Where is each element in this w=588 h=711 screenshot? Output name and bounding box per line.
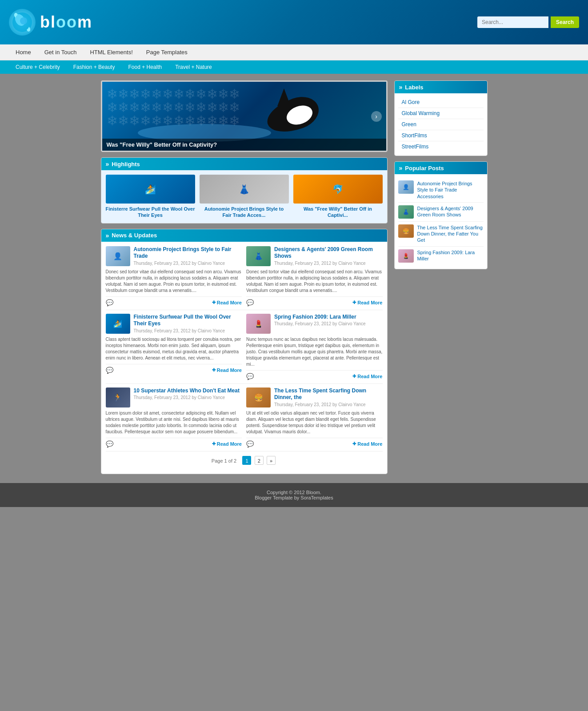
label-item-3[interactable]: ShortFilms [398, 130, 484, 141]
popular-box: Popular Posts 👤 Autonomie Project Brings… [394, 161, 488, 269]
labels-box: Labels Al Gore Global Warming Green Shor… [394, 80, 488, 156]
read-more-3[interactable]: Read More [352, 374, 382, 379]
labels-content: Al Gore Global Warming Green ShortFilms … [395, 93, 487, 156]
news-footer-1: 💬 Read More [246, 296, 383, 306]
news-meta-0: Thursday, February 23, 2012 by Clairvo Y… [134, 261, 242, 266]
highlights-box: Highlights 🏄 Finisterre Surfwear Pull th… [101, 157, 388, 224]
read-more-1[interactable]: Read More [352, 300, 382, 305]
subnav-fashion[interactable]: Fashion + Beauty [67, 60, 122, 74]
content-area: ❄❄❄❄❄❄❄❄❄❄❄❄ ❄❄❄❄❄❄❄❄❄❄❄❄ ❄❄❄❄❄❄❄❄❄❄❄❄ ›… [101, 80, 388, 474]
page-btn-2[interactable]: 2 [255, 456, 264, 465]
search-button[interactable]: Search [551, 16, 579, 28]
news-body-2: Class aptent taciti sociosqu ad litora t… [106, 336, 242, 361]
highlight-item-1[interactable]: 👗 Autonomie Project Brings Style to Fair… [200, 175, 289, 219]
footer-copyright: Copyright © 2012 Bloom. [7, 490, 581, 495]
logo-area: bloom [9, 9, 92, 36]
news-title-1[interactable]: Designers & Agents' 2009 Green Room Show… [274, 246, 383, 260]
popular-thumb-1: 👗 [398, 205, 414, 219]
news-body-5: Ut at elit vel odio varius aliquam nec v… [246, 410, 383, 435]
popular-item-0[interactable]: 👤 Autonomie Project Brings Style to Fair… [398, 178, 484, 203]
news-header: News & Updates [101, 229, 387, 242]
highlights-grid: 🏄 Finisterre Surfwear Pull the Wool Over… [101, 170, 387, 223]
nav-home[interactable]: Home [9, 44, 38, 60]
news-item-2: 🏄 Finisterre Surfwear Pull the Wool Over… [106, 314, 242, 380]
news-title-3[interactable]: Spring Fashion 2009: Lara Miller [274, 314, 366, 321]
page-btn-next[interactable]: » [267, 456, 276, 465]
news-title-4[interactable]: 10 Superstar Athletes Who Don't Eat Meat [134, 387, 240, 395]
pagination: Page 1 of 2 1 2 » [106, 451, 383, 469]
page-info: Page 1 of 2 [212, 458, 236, 463]
popular-item-1[interactable]: 👗 Designers & Agents' 2009 Green Room Sh… [398, 203, 484, 222]
news-thumb-1: 👗 [246, 246, 271, 266]
popular-thumb-2: 🍔 [398, 224, 414, 238]
news-footer-3: 💬 Read More [246, 370, 383, 380]
sub-nav: Culture + Celebrity Fashion + Beauty Foo… [0, 60, 588, 74]
subnav-food[interactable]: Food + Health [121, 60, 168, 74]
page-btn-1[interactable]: 1 [242, 456, 251, 465]
news-item-5: 🍔 The Less Time Spent Scarfing Down Dinn… [246, 387, 383, 447]
news-meta-4: Thursday, February 23, 2012 by Clairvo Y… [134, 395, 240, 400]
popular-title-1: Designers & Agents' 2009 Green Room Show… [417, 205, 484, 218]
news-title-5[interactable]: The Less Time Spent Scarfing Down Dinner… [274, 387, 383, 401]
news-row-1: 🏄 Finisterre Surfwear Pull the Wool Over… [106, 314, 383, 380]
news-item-1: 👗 Designers & Agents' 2009 Green Room Sh… [246, 246, 383, 306]
highlight-item-2[interactable]: 🐬 Was "Free Willy" Better Off in Captivi… [293, 175, 383, 219]
search-area: Search [477, 16, 579, 28]
comment-icon-0: 💬 [106, 299, 113, 306]
header: bloom Search [0, 0, 588, 44]
news-footer-5: 💬 Read More [246, 438, 383, 447]
popular-title-0: Autonomie Project Brings Style to Fair T… [417, 180, 484, 200]
news-row-2: 🏃 10 Superstar Athletes Who Don't Eat Me… [106, 387, 383, 447]
slideshow-caption: Was "Free Willy" Better Off in Captivity… [102, 139, 386, 151]
news-body-3: Nunc tempus nunc ac lacus dapibus nec lo… [246, 336, 383, 367]
news-thumb-4: 🏃 [106, 387, 130, 407]
label-item-0[interactable]: Al Gore [398, 97, 484, 108]
news-footer-2: 💬 Read More [106, 364, 242, 374]
subnav-travel[interactable]: Travel + Nature [168, 60, 219, 74]
popular-item-2[interactable]: 🍔 The Less Time Spent Scarfing Down Dinn… [398, 222, 484, 247]
read-more-2[interactable]: Read More [212, 367, 242, 373]
label-item-2[interactable]: Green [398, 119, 484, 130]
news-item-4: 🏃 10 Superstar Athletes Who Don't Eat Me… [106, 387, 242, 447]
news-meta-5: Thursday, February 23, 2012 by Clairvo Y… [274, 402, 383, 407]
news-item-0: 👤 Autonomie Project Brings Style to Fair… [106, 246, 242, 306]
search-input[interactable] [477, 16, 548, 28]
footer: Copyright © 2012 Bloom. Blogger Template… [0, 483, 588, 507]
logo-icon [9, 9, 36, 36]
main-nav: Home Get in Touch HTML Elements! Page Te… [0, 44, 588, 60]
news-body-0: Donec sed tortor vitae dui eleifend cons… [106, 269, 242, 294]
read-more-4[interactable]: Read More [212, 441, 242, 447]
news-row-0: 👤 Autonomie Project Brings Style to Fair… [106, 246, 383, 306]
popular-item-3[interactable]: 💄 Spring Fashion 2009: Lara Miller [398, 247, 484, 265]
news-footer-4: 💬 Read More [106, 438, 242, 447]
news-title-2[interactable]: Finisterre Surfwear Pull the Wool Over T… [134, 314, 242, 328]
highlight-img-0: 🏄 [106, 175, 195, 204]
popular-header: Popular Posts [395, 162, 487, 174]
nav-templates[interactable]: Page Templates [140, 44, 194, 60]
slideshow: ❄❄❄❄❄❄❄❄❄❄❄❄ ❄❄❄❄❄❄❄❄❄❄❄❄ ❄❄❄❄❄❄❄❄❄❄❄❄ ›… [101, 80, 388, 152]
slideshow-next-arrow[interactable]: › [371, 111, 382, 122]
nav-contact[interactable]: Get in Touch [38, 44, 84, 60]
sidebar: Labels Al Gore Global Warming Green Shor… [394, 80, 488, 474]
news-thumb-5: 🍔 [246, 387, 271, 407]
nav-html[interactable]: HTML Elements! [83, 44, 139, 60]
highlight-title-0: Finisterre Surfwear Pull the Wool Over T… [106, 206, 195, 219]
subnav-culture[interactable]: Culture + Celebrity [9, 60, 67, 74]
read-more-5[interactable]: Read More [352, 441, 382, 447]
highlight-item-0[interactable]: 🏄 Finisterre Surfwear Pull the Wool Over… [106, 175, 195, 219]
popular-content: 👤 Autonomie Project Brings Style to Fair… [395, 174, 487, 269]
news-title-0[interactable]: Autonomie Project Brings Style to Fair T… [134, 246, 242, 260]
highlight-img-1: 👗 [200, 175, 289, 204]
news-content: 👤 Autonomie Project Brings Style to Fair… [101, 242, 387, 474]
label-item-1[interactable]: Global Warming [398, 108, 484, 119]
read-more-0[interactable]: Read More [212, 300, 242, 305]
highlights-header: Highlights [101, 158, 387, 170]
news-body-4: Lorem ipsum dolor sit amet, consectetur … [106, 410, 242, 435]
footer-credit: Blogger Template by SoraTemplates [7, 495, 581, 500]
main-container: ❄❄❄❄❄❄❄❄❄❄❄❄ ❄❄❄❄❄❄❄❄❄❄❄❄ ❄❄❄❄❄❄❄❄❄❄❄❄ ›… [101, 80, 488, 474]
news-meta-2: Thursday, February 23, 2012 by Clairvo Y… [134, 328, 242, 333]
news-body-1: Donec sed tortor vitae dui eleifend cons… [246, 269, 383, 294]
label-item-4[interactable]: StreetFilms [398, 141, 484, 152]
comment-icon-5: 💬 [246, 440, 254, 447]
news-box: News & Updates 👤 Autonomie Project Bring… [101, 229, 388, 474]
